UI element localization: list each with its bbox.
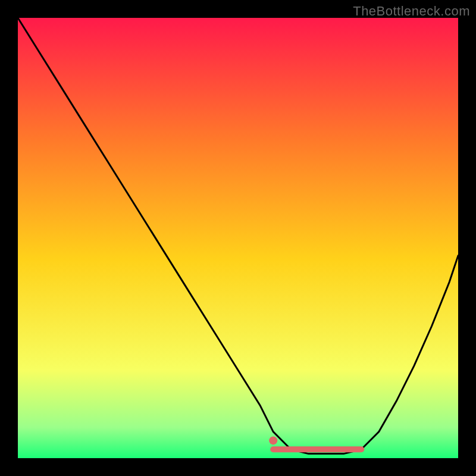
plot-area <box>18 18 458 458</box>
plot-svg <box>18 18 458 458</box>
chart-frame: TheBottleneck.com <box>0 0 476 476</box>
watermark-text: TheBottleneck.com <box>353 4 470 19</box>
marker-point <box>269 436 277 444</box>
gradient-background <box>18 18 458 458</box>
